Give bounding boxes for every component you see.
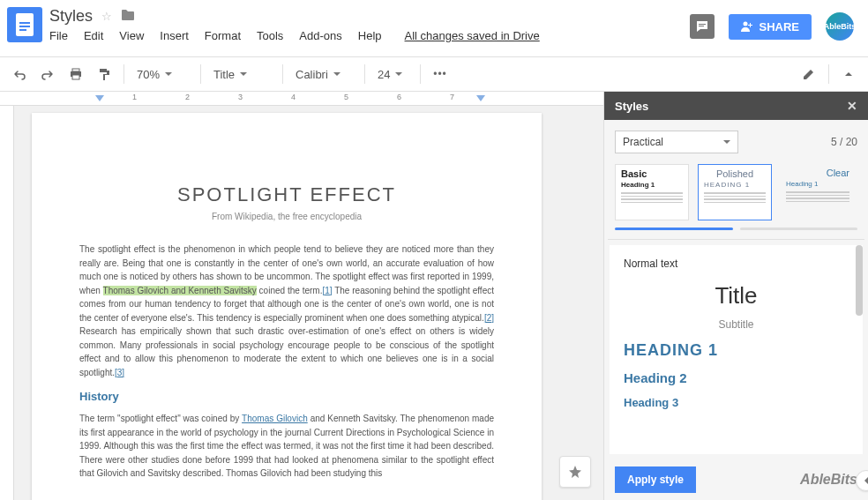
scrollbar-thumb[interactable] [856, 245, 863, 316]
doc-subtitle: From Wikipedia, the free encyclopedia [79, 212, 494, 221]
style-subtitle[interactable]: Subtitle [624, 313, 849, 336]
preset-clear[interactable]: Clear Heading 1 [781, 164, 855, 220]
vertical-ruler[interactable] [0, 106, 14, 500]
chevron-down-icon [333, 72, 340, 76]
menu-addons[interactable]: Add-ons [299, 29, 341, 42]
style-heading-2[interactable]: Heading 2 [624, 365, 849, 391]
comments-icon[interactable] [690, 14, 715, 39]
doc-heading-2: History [79, 390, 494, 403]
brand-label: AbleBits [800, 472, 857, 488]
chevron-down-icon [395, 72, 402, 76]
horizontal-ruler[interactable]: 1234567 [0, 92, 603, 106]
style-heading-3[interactable]: Heading 3 [624, 391, 849, 414]
star-icon[interactable]: ☆ [101, 10, 112, 23]
page[interactable]: SPOTLIGHT EFFECT From Wikipedia, the fre… [32, 113, 542, 500]
citation-link[interactable]: [1] [322, 286, 332, 295]
panel-title: Styles [615, 100, 648, 113]
menu-tools[interactable]: Tools [257, 29, 283, 42]
chevron-down-icon [165, 72, 172, 76]
paragraph-style-dropdown[interactable]: Title [208, 62, 275, 86]
indent-marker-icon[interactable] [476, 95, 485, 101]
svg-rect-5 [699, 26, 704, 26]
zoom-dropdown[interactable]: 70% [131, 62, 193, 86]
share-button[interactable]: SHARE [729, 14, 812, 40]
apply-style-button[interactable]: Apply style [615, 466, 696, 493]
style-title[interactable]: Title [624, 275, 849, 313]
paint-format-button[interactable] [92, 62, 116, 86]
chevron-down-icon [723, 140, 730, 144]
text-selection: Thomas Gilovich and Kenneth Savitsky [103, 286, 257, 295]
folder-icon[interactable] [121, 9, 135, 24]
docs-logo-icon[interactable] [7, 7, 42, 42]
preset-polished[interactable]: Polished HEADING 1 [698, 164, 772, 220]
toolbar: 70% Title Calibri 24 ••• [0, 56, 868, 92]
inline-link[interactable]: Thomas Gilovich [242, 414, 308, 423]
more-toolbar-button[interactable]: ••• [428, 62, 453, 86]
svg-rect-4 [699, 24, 706, 25]
editing-mode-button[interactable] [797, 62, 821, 86]
close-icon[interactable]: ✕ [847, 99, 857, 113]
person-add-icon [741, 20, 753, 33]
document-canvas[interactable]: 1234567 SPOTLIGHT EFFECT From Wikipedia,… [0, 92, 603, 500]
chevron-down-icon [240, 72, 247, 76]
font-size-dropdown[interactable]: 24 [372, 62, 413, 86]
explore-button[interactable] [559, 456, 591, 488]
menu-file[interactable]: File [49, 29, 68, 42]
doc-heading-title: SPOTLIGHT EFFECT [79, 183, 494, 206]
svg-rect-3 [19, 29, 26, 31]
panel-header: Styles ✕ [604, 92, 868, 120]
svg-rect-0 [16, 13, 34, 36]
titlebar: Styles ☆ File Edit View Insert Format To… [0, 0, 868, 56]
preset-count: 5 / 20 [831, 136, 857, 148]
style-group-dropdown[interactable]: Practical [615, 131, 738, 153]
svg-rect-10 [100, 69, 107, 72]
carousel-indicator[interactable] [604, 228, 868, 239]
style-normal-text[interactable]: Normal text [624, 252, 849, 275]
doc-paragraph: The term "spotlight effect" was coined b… [79, 412, 494, 481]
style-list: Normal text Title Subtitle HEADING 1 Hea… [610, 245, 863, 454]
preset-basic[interactable]: Basic Heading 1 [615, 164, 689, 220]
svg-rect-7 [72, 69, 79, 71]
citation-link[interactable]: [3] [115, 368, 124, 377]
menu-edit[interactable]: Edit [84, 29, 103, 42]
svg-point-6 [744, 22, 748, 26]
save-status[interactable]: All changes saved in Drive [405, 29, 540, 42]
indent-marker-icon[interactable] [95, 95, 104, 101]
doc-paragraph: The spotlight effect is the phenomenon i… [79, 243, 494, 379]
menu-view[interactable]: View [119, 29, 144, 42]
menu-format[interactable]: Format [205, 29, 241, 42]
avatar[interactable]: AbleBits [826, 12, 854, 41]
print-button[interactable] [64, 62, 88, 86]
menubar: File Edit View Insert Format Tools Add-o… [49, 29, 690, 42]
svg-rect-1 [19, 22, 30, 24]
undo-button[interactable] [7, 62, 32, 86]
svg-rect-9 [72, 75, 79, 79]
redo-button[interactable] [35, 62, 60, 86]
citation-link[interactable]: [2] [484, 313, 494, 323]
style-heading-1[interactable]: HEADING 1 [624, 336, 849, 365]
svg-rect-2 [19, 26, 30, 27]
styles-side-panel: Styles ✕ Practical 5 / 20 Basic Heading … [603, 92, 868, 500]
collapse-toolbar-button[interactable] [836, 62, 861, 86]
font-dropdown[interactable]: Calibri [290, 62, 357, 86]
menu-insert[interactable]: Insert [160, 29, 189, 42]
document-title[interactable]: Styles [49, 7, 93, 26]
menu-help[interactable]: Help [358, 29, 382, 42]
